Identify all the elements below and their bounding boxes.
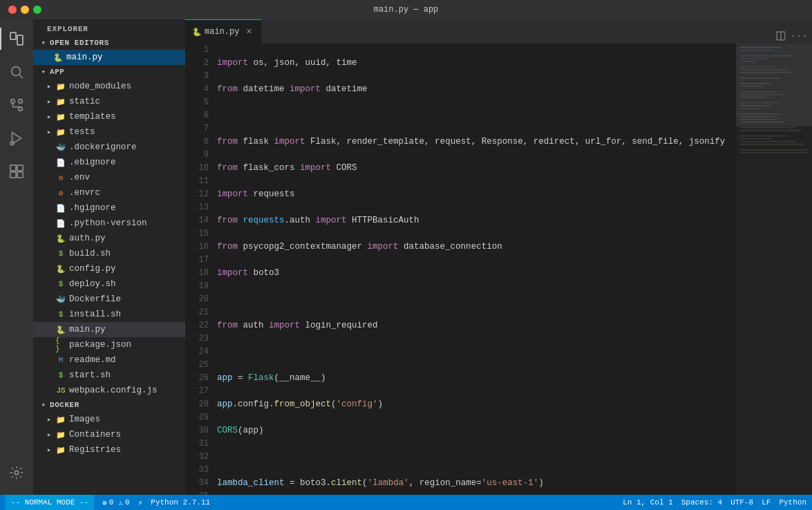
tree-item-ebignore[interactable]: 📄 .ebignore <box>33 155 185 170</box>
tree-item-tests[interactable]: 📁 tests <box>33 124 185 140</box>
tree-item-package-json[interactable]: { } package.json <box>33 337 185 352</box>
maximize-button[interactable] <box>33 6 41 14</box>
title-bar: main.py — app <box>0 0 812 19</box>
minimize-button[interactable] <box>21 6 29 14</box>
errors-indicator[interactable]: ⊗ 0 ⚠ 0 <box>102 498 129 507</box>
svg-rect-1 <box>17 35 23 45</box>
images-folder-icon: 📁 <box>55 414 66 425</box>
tree-item-dockerfile[interactable]: 🐳 Dockerfile <box>33 292 185 307</box>
open-editors-header[interactable]: OPEN EDITORS <box>33 36 185 50</box>
main-py-icon: 🐍 <box>55 324 66 335</box>
tab-close-button[interactable]: × <box>243 26 254 37</box>
templates-label: templates <box>69 112 116 122</box>
tree-item-auth-py[interactable]: 🐍 auth.py <box>33 231 185 246</box>
docker-section-header[interactable]: DOCKER <box>33 398 185 412</box>
line-endings-indicator[interactable]: LF <box>762 498 771 507</box>
extensions-activity-icon[interactable] <box>0 155 33 188</box>
tree-item-env[interactable]: ⚙ .env <box>33 170 185 185</box>
language-indicator[interactable]: Python <box>779 498 806 507</box>
code-content[interactable]: import os, json, uuid, time from datetim… <box>214 44 736 495</box>
folder-icon-tests: 📁 <box>55 126 66 138</box>
close-button[interactable] <box>8 6 17 14</box>
spaces-indicator[interactable]: Spaces: 4 <box>681 498 722 507</box>
docker-chevron <box>39 400 48 410</box>
deploy-sh-icon: $ <box>55 278 66 290</box>
search-activity-icon[interactable] <box>0 55 33 88</box>
config-py-label: config.py <box>69 264 116 274</box>
encoding-indicator[interactable]: UTF-8 <box>730 498 753 507</box>
tree-item-install-sh[interactable]: $ install.sh <box>33 307 185 322</box>
svg-rect-39 <box>739 127 795 129</box>
tree-item-dockerignore[interactable]: 🐳 .dockerignore <box>33 140 185 155</box>
warning-icon: ⚠ <box>118 498 123 507</box>
spaces-text: Spaces: 4 <box>681 498 722 507</box>
tree-item-hgignore[interactable]: 📄 .hgignore <box>33 200 185 216</box>
svg-rect-46 <box>739 152 809 153</box>
build-sh-label: build.sh <box>69 249 111 258</box>
readme-icon: M <box>55 355 66 366</box>
dockerignore-icon: 🐳 <box>55 142 66 153</box>
tree-item-config-py[interactable]: 🐍 config.py <box>33 261 185 276</box>
tree-item-deploy-sh[interactable]: $ deploy.sh <box>33 276 185 292</box>
tree-item-webpack[interactable]: JS webpack.config.js <box>33 383 185 398</box>
dockerfile-label: Dockerfile <box>69 294 121 304</box>
env-icon: ⚙ <box>55 172 66 183</box>
cursor-position[interactable]: Ln 1, Col 1 <box>623 498 673 507</box>
tree-item-readme[interactable]: M readme.md <box>33 352 185 368</box>
tree-item-templates[interactable]: 📁 templates <box>33 109 185 124</box>
tree-item-build-sh[interactable]: $ build.sh <box>33 246 185 261</box>
svg-rect-0 <box>10 32 16 39</box>
status-left: -- NORMAL MODE -- ⊗ 0 ⚠ 0 ⚡ Python 2.7.1… <box>6 495 210 510</box>
open-file-name: main.py <box>66 53 103 62</box>
more-actions-button[interactable]: ··· <box>791 28 806 44</box>
auth-py-label: auth.py <box>69 234 106 243</box>
tree-item-images[interactable]: 📁 Images <box>33 412 185 427</box>
app-section-header[interactable]: APP <box>33 65 185 79</box>
main-py-label: main.py <box>69 325 106 334</box>
settings-activity-icon[interactable] <box>0 456 33 489</box>
window-title: main.py — app <box>374 5 439 15</box>
tab-py-icon: 🐍 <box>192 28 201 37</box>
error-count: 0 <box>109 498 114 507</box>
python-version-label: .python-version <box>69 218 147 228</box>
encoding-text: UTF-8 <box>730 498 753 507</box>
tree-item-node-modules[interactable]: 📁 node_modules <box>33 79 185 94</box>
tree-item-envrc[interactable]: ⚙ .envrc <box>33 185 185 200</box>
tree-item-main-py-open[interactable]: 🐍 main.py <box>33 50 185 65</box>
tree-item-start-sh[interactable]: $ start.sh <box>33 368 185 383</box>
split-editor-button[interactable] <box>773 28 789 44</box>
docker-label: DOCKER <box>50 401 79 409</box>
tests-chevron <box>44 127 54 137</box>
lightning-indicator[interactable]: ⚡ <box>138 498 143 507</box>
images-label: Images <box>69 415 100 424</box>
install-sh-icon: $ <box>55 309 66 320</box>
svg-rect-44 <box>739 144 805 145</box>
minimap <box>736 44 812 495</box>
source-control-activity-icon[interactable] <box>0 88 33 122</box>
tab-actions: ··· <box>768 28 812 44</box>
vim-mode-text: -- NORMAL MODE -- <box>11 498 88 507</box>
tree-item-registries[interactable]: 📁 Registries <box>33 442 185 457</box>
svg-rect-42 <box>739 138 771 140</box>
tree-item-containers[interactable]: 📁 Containers <box>33 427 185 442</box>
start-sh-icon: $ <box>55 370 66 381</box>
svg-rect-45 <box>739 149 809 151</box>
lightning-icon: ⚡ <box>138 498 143 507</box>
python-version-indicator[interactable]: Python 2.7.11 <box>151 498 210 507</box>
run-activity-icon[interactable] <box>0 122 33 155</box>
tree-item-static[interactable]: 📁 static <box>33 94 185 109</box>
vim-mode-indicator: -- NORMAL MODE -- <box>6 495 94 510</box>
explorer-activity-icon[interactable] <box>0 22 33 55</box>
deploy-sh-label: deploy.sh <box>69 279 116 289</box>
minimap-slider[interactable] <box>736 44 812 126</box>
node-modules-label: node_modules <box>69 82 131 91</box>
tree-item-python-version[interactable]: 📄 .python-version <box>33 216 185 231</box>
tab-main-py[interactable]: 🐍 main.py × <box>185 19 262 44</box>
hgignore-icon: 📄 <box>55 202 66 214</box>
tree-item-main-py[interactable]: 🐍 main.py <box>33 322 185 337</box>
sidebar-title: Explorer <box>33 19 185 36</box>
build-sh-icon: $ <box>55 248 66 259</box>
sidebar-scroll[interactable]: OPEN EDITORS 🐍 main.py APP 📁 node_module… <box>33 36 185 495</box>
dockerignore-label: .dockerignore <box>69 142 137 152</box>
tests-label: tests <box>69 127 95 137</box>
